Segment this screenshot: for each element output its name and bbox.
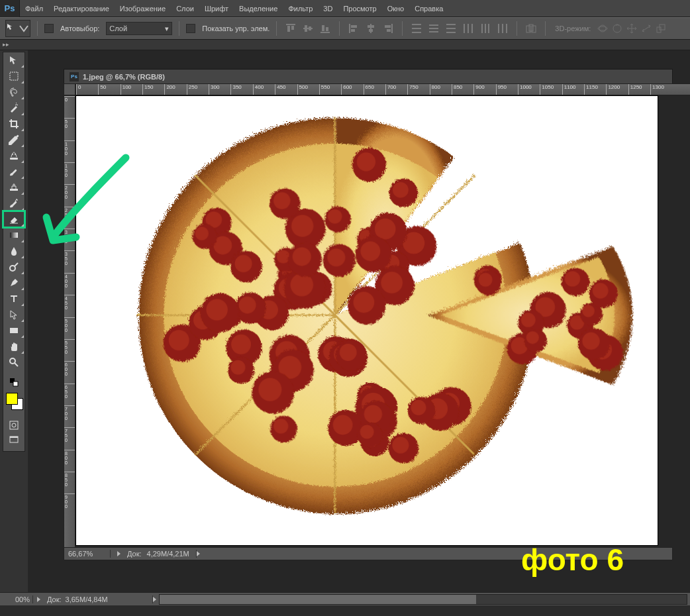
- zoom-tool[interactable]: [3, 354, 25, 370]
- vertical-ruler[interactable]: 05 01 0 01 5 02 0 02 5 03 0 03 5 04 0 04…: [64, 95, 75, 559]
- svg-rect-21: [429, 25, 438, 26]
- align-left-icon[interactable]: [346, 21, 361, 36]
- auto-select-dropdown[interactable]: Слой ▾: [106, 22, 172, 35]
- svg-rect-49: [10, 232, 18, 238]
- distribute-top-icon[interactable]: [409, 21, 424, 36]
- type-tool[interactable]: [3, 291, 25, 307]
- svg-point-79: [169, 330, 189, 350]
- 3d-scale-icon[interactable]: [656, 23, 666, 34]
- history-brush-tool[interactable]: [3, 195, 25, 211]
- auto-select-checkbox[interactable]: [44, 24, 54, 33]
- svg-rect-58: [10, 436, 18, 438]
- chevron-right-icon[interactable]: [197, 551, 200, 556]
- svg-point-107: [411, 400, 426, 415]
- rect-marquee-tool[interactable]: [3, 68, 25, 84]
- svg-point-123: [291, 215, 313, 236]
- healing-brush-tool[interactable]: [3, 148, 25, 164]
- svg-rect-8: [326, 27, 328, 31]
- menu-edit[interactable]: Редактирование: [48, 0, 115, 17]
- menu-file[interactable]: Файл: [20, 0, 48, 17]
- svg-rect-17: [387, 29, 391, 32]
- menu-window[interactable]: Окно: [382, 0, 410, 17]
- active-tool-indicator[interactable]: [5, 20, 30, 37]
- svg-rect-30: [481, 24, 483, 33]
- gradient-tool[interactable]: [3, 227, 25, 243]
- foreground-color-swatch[interactable]: [6, 393, 18, 405]
- options-bar: Автовыбор: Слой ▾ Показать упр. элем. 3D…: [0, 17, 690, 40]
- pen-tool[interactable]: [3, 275, 25, 291]
- outer-doc-info-label: Док:: [47, 595, 62, 603]
- move-tool[interactable]: [3, 52, 25, 68]
- align-top-icon[interactable]: [283, 21, 298, 36]
- svg-point-131: [327, 248, 345, 266]
- 3d-orbit-icon[interactable]: [597, 23, 608, 34]
- distribute-bottom-icon[interactable]: [444, 21, 458, 36]
- menu-type[interactable]: Шрифт: [199, 0, 234, 17]
- show-transform-checkbox[interactable]: [186, 24, 195, 33]
- align-group-1: [283, 21, 332, 36]
- document-tab[interactable]: Ps 1.jpeg @ 66,7% (RGB/8): [64, 69, 673, 83]
- quick-mask-mode-button[interactable]: [3, 418, 25, 433]
- menu-layers[interactable]: Слои: [171, 0, 199, 17]
- svg-point-52: [10, 358, 15, 364]
- distribute-vcenter-icon[interactable]: [426, 21, 441, 36]
- chevron-right-icon[interactable]: [153, 597, 156, 602]
- 3d-slide-icon[interactable]: [641, 23, 652, 34]
- align-right-icon[interactable]: [381, 21, 395, 36]
- clone-stamp-tool[interactable]: [3, 180, 25, 195]
- menu-select[interactable]: Выделение: [234, 0, 283, 17]
- panel-dock-stripe: ▸▸: [0, 40, 690, 50]
- path-select-tool[interactable]: [3, 307, 25, 323]
- expand-panels-icon[interactable]: ▸▸: [3, 41, 9, 48]
- horizontal-ruler[interactable]: 0501001502002503003504004505005506006507…: [75, 83, 690, 95]
- eraser-tool[interactable]: [3, 211, 25, 227]
- screen-mode-button[interactable]: [3, 433, 25, 447]
- brush-tool[interactable]: [3, 164, 25, 180]
- align-group-2: [346, 21, 395, 36]
- svg-point-147: [364, 405, 382, 423]
- outer-zoom-display[interactable]: 00%: [0, 595, 33, 603]
- 3d-mode-icons: [597, 23, 666, 34]
- ruler-origin[interactable]: [64, 83, 75, 95]
- auto-align-icon[interactable]: [524, 21, 538, 36]
- distribute-hcenter-icon[interactable]: [478, 21, 493, 36]
- svg-point-165: [230, 360, 245, 375]
- svg-rect-1: [287, 26, 290, 32]
- svg-point-193: [526, 331, 539, 344]
- hand-tool[interactable]: [3, 338, 25, 354]
- svg-point-161: [381, 272, 403, 293]
- svg-point-163: [258, 378, 281, 401]
- svg-rect-20: [412, 32, 421, 33]
- menu-image[interactable]: Изображение: [115, 0, 171, 17]
- crop-tool[interactable]: [3, 116, 25, 132]
- 3d-pan-icon[interactable]: [626, 23, 637, 34]
- menu-view[interactable]: Просмотр: [338, 0, 381, 17]
- default-colors-icon[interactable]: [3, 374, 25, 390]
- horizontal-scrollbar[interactable]: [159, 594, 687, 605]
- canvas[interactable]: [75, 95, 658, 546]
- svg-rect-10: [351, 25, 357, 28]
- menu-help[interactable]: Справка: [409, 0, 448, 17]
- align-vcenter-icon[interactable]: [301, 21, 315, 36]
- align-hcenter-icon[interactable]: [364, 21, 378, 36]
- color-swatches[interactable]: [3, 391, 25, 414]
- dodge-tool[interactable]: [3, 259, 25, 275]
- svg-point-185: [582, 305, 595, 317]
- svg-rect-27: [464, 24, 465, 33]
- blur-tool[interactable]: [3, 243, 25, 259]
- lasso-tool[interactable]: [3, 84, 25, 100]
- eyedropper-tool[interactable]: [3, 132, 25, 148]
- align-bottom-icon[interactable]: [318, 21, 332, 36]
- rectangle-shape-tool[interactable]: [3, 323, 25, 338]
- svg-rect-32: [488, 24, 489, 33]
- menu-filter[interactable]: Фильтр: [283, 0, 318, 17]
- doc-zoom-display[interactable]: 66,67%: [64, 550, 111, 558]
- magic-wand-tool[interactable]: [3, 100, 25, 116]
- distribute-left-icon[interactable]: [461, 21, 475, 36]
- distribute-right-icon[interactable]: [495, 21, 510, 36]
- svg-point-181: [521, 313, 536, 327]
- menu-3d[interactable]: 3D: [318, 0, 338, 17]
- scrollbar-thumb[interactable]: [160, 595, 476, 604]
- svg-point-41: [613, 25, 621, 32]
- 3d-roll-icon[interactable]: [612, 23, 622, 34]
